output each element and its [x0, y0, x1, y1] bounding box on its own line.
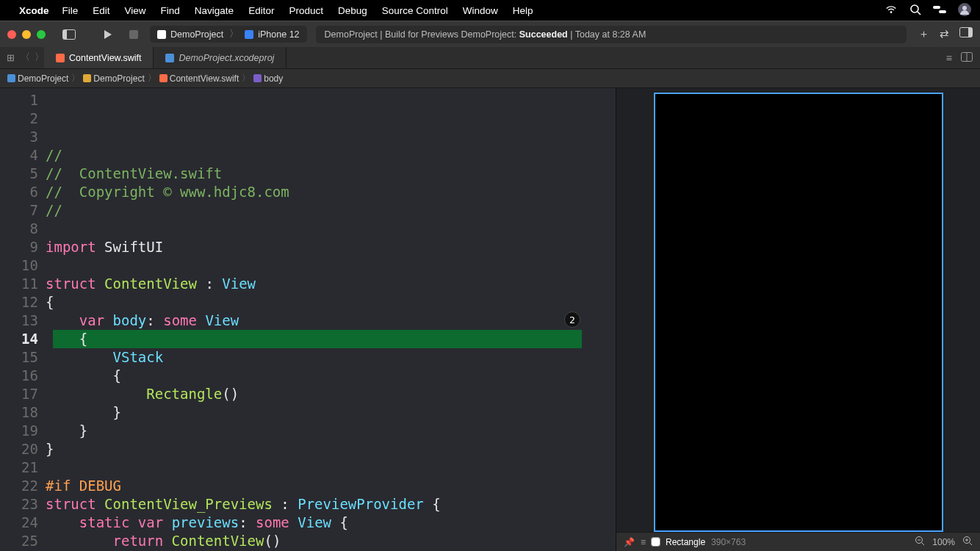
menu-navigate[interactable]: Navigate: [195, 5, 234, 16]
minimap-scrollbar[interactable]: [604, 88, 616, 551]
adjust-editor-button[interactable]: [961, 52, 973, 64]
menu-view[interactable]: View: [125, 5, 146, 16]
activity-status: Succeeded: [519, 29, 568, 40]
wifi-icon[interactable]: [884, 4, 898, 17]
svg-rect-10: [968, 28, 972, 37]
preview-canvas: 📌 ≡ Rectangle 390×763 100%: [616, 88, 980, 551]
svg-line-1: [918, 12, 920, 15]
menu-file[interactable]: File: [62, 5, 79, 16]
menu-edit[interactable]: Edit: [93, 5, 109, 16]
canvas-body[interactable]: [616, 88, 980, 532]
source-editor[interactable]: 1234567891011121314151617181920212223242…: [0, 88, 616, 551]
traffic-lights: [7, 30, 46, 39]
tab-contentview[interactable]: ContentView.swift: [44, 47, 154, 68]
zoom-in-button[interactable]: [962, 536, 973, 548]
svg-rect-2: [933, 6, 940, 9]
activity-view[interactable]: DemoProject | Build for Previews DemoPro…: [316, 26, 907, 43]
tab-project[interactable]: DemoProject.xcodeproj: [154, 47, 287, 68]
canvas-toolbar: 📌 ≡ Rectangle 390×763 100%: [616, 532, 980, 551]
code-area[interactable]: //// ContentView.swift// Copyright © www…: [46, 88, 604, 551]
svg-rect-8: [129, 30, 138, 39]
jump-bar[interactable]: DemoProject 〉 DemoProject 〉 ContentView.…: [0, 69, 980, 88]
menu-window[interactable]: Window: [463, 5, 498, 16]
back-button[interactable]: 〈: [21, 51, 30, 64]
chevron-right-icon: 〉: [229, 28, 239, 40]
project-icon: [7, 74, 15, 82]
activity-prefix: DemoProject | Build for Previews DemoPro…: [325, 29, 519, 40]
minimize-window-button[interactable]: [22, 30, 31, 39]
preview-element-icon: [652, 538, 660, 546]
menu-find[interactable]: Find: [161, 5, 180, 16]
preview-element-name: Rectangle: [666, 537, 705, 547]
scheme-device: iPhone 12: [258, 29, 299, 40]
menu-source-control[interactable]: Source Control: [382, 5, 448, 16]
svg-line-15: [922, 543, 925, 546]
svg-rect-3: [939, 10, 946, 13]
svg-point-0: [911, 5, 918, 12]
window-toolbar: DemoProject 〉 iPhone 12 DemoProject | Bu…: [0, 21, 980, 47]
related-items-button[interactable]: ⊞: [0, 52, 21, 63]
crumb-1[interactable]: DemoProject: [83, 73, 144, 84]
fullscreen-window-button[interactable]: [37, 30, 46, 39]
scheme-selector[interactable]: DemoProject 〉 iPhone 12: [150, 26, 307, 43]
library-button[interactable]: ⇄: [940, 27, 949, 41]
macos-menubar: Xcode File Edit View Find Navigate Edito…: [0, 0, 980, 21]
preview-device[interactable]: [654, 93, 943, 532]
stop-button[interactable]: [123, 26, 144, 43]
device-icon: [245, 30, 253, 39]
swift-file-icon: [56, 54, 65, 62]
xcodeproj-icon: [165, 54, 174, 62]
toggle-navigator-button[interactable]: [59, 26, 79, 43]
menu-product[interactable]: Product: [289, 5, 323, 16]
preview-size: 390×763: [711, 537, 746, 547]
zoom-level[interactable]: 100%: [932, 537, 955, 547]
swift-file-icon: [159, 74, 167, 82]
tab-label-1: DemoProject.xcodeproj: [179, 53, 274, 63]
user-avatar-icon[interactable]: [958, 3, 971, 18]
close-window-button[interactable]: [7, 30, 16, 39]
forward-button[interactable]: 〉: [35, 51, 44, 64]
add-button[interactable]: ＋: [918, 27, 929, 41]
tab-label-0: ContentView.swift: [69, 53, 141, 63]
crumb-3[interactable]: body: [253, 73, 283, 84]
run-button[interactable]: [97, 26, 118, 43]
control-center-icon[interactable]: [933, 4, 946, 16]
crumb-2[interactable]: ContentView.swift: [159, 73, 239, 84]
activity-suffix: | Today at 8:28 AM: [568, 29, 646, 40]
app-name[interactable]: Xcode: [19, 5, 49, 16]
folder-icon: [83, 74, 91, 82]
toggle-inspector-button[interactable]: [959, 27, 973, 41]
editor-options-button[interactable]: ≡: [946, 52, 952, 64]
zoom-out-button[interactable]: [915, 536, 925, 548]
main-split: 1234567891011121314151617181920212223242…: [0, 88, 980, 551]
scheme-project: DemoProject: [170, 29, 223, 40]
app-target-icon: [157, 30, 166, 39]
crumb-0[interactable]: DemoProject: [7, 73, 68, 84]
menu-editor[interactable]: Editor: [248, 5, 274, 16]
menu-help[interactable]: Help: [513, 5, 533, 16]
svg-line-19: [970, 543, 973, 546]
line-number-gutter: 1234567891011121314151617181920212223242…: [0, 88, 46, 551]
tab-bar: ⊞ 〈 〉 ContentView.swift DemoProject.xcod…: [0, 47, 980, 69]
svg-point-5: [962, 6, 967, 10]
canvas-settings-button[interactable]: ≡: [641, 537, 646, 547]
menu-debug[interactable]: Debug: [338, 5, 367, 16]
property-icon: [253, 74, 262, 82]
pin-preview-button[interactable]: 📌: [624, 537, 635, 547]
spotlight-icon[interactable]: [909, 4, 921, 18]
svg-rect-7: [63, 30, 67, 39]
